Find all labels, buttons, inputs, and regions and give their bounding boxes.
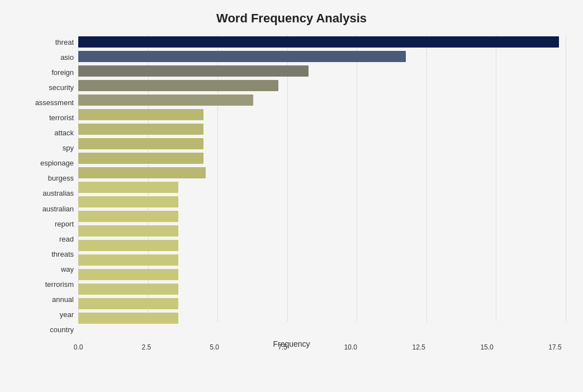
bar-row xyxy=(78,296,566,311)
y-label: security xyxy=(17,80,74,95)
bars-and-grid: 0.02.55.07.510.012.515.017.5 xyxy=(78,35,566,337)
y-label: asio xyxy=(17,50,74,65)
y-label: country xyxy=(17,322,74,337)
bar-row xyxy=(78,78,566,93)
chart-title: Word Frequency Analysis xyxy=(17,11,566,26)
x-axis-label: 2.5 xyxy=(135,343,158,351)
y-label: spy xyxy=(17,140,74,155)
y-label: annual xyxy=(17,292,74,307)
y-label: australian xyxy=(17,201,74,216)
bar-row xyxy=(78,180,566,195)
bar xyxy=(78,254,178,266)
y-labels: threatasioforeignsecurityassessmentterro… xyxy=(17,35,78,337)
bar xyxy=(78,196,178,207)
bar-row xyxy=(78,93,566,107)
bar-row xyxy=(78,267,566,282)
x-axis-label: 15.0 xyxy=(476,343,498,351)
bar-row xyxy=(78,209,566,224)
bar xyxy=(78,138,203,149)
y-label: attack xyxy=(17,125,74,140)
x-axis-label: 7.5 xyxy=(272,343,294,351)
y-label: burgess xyxy=(17,171,74,186)
y-label: terrorist xyxy=(17,110,74,125)
bar-row xyxy=(78,35,566,49)
bar-row xyxy=(78,49,566,64)
bar-row xyxy=(78,238,566,253)
bars-container xyxy=(78,35,566,341)
bar xyxy=(78,298,178,309)
bar-row xyxy=(78,224,566,238)
bar-row xyxy=(78,64,566,78)
bar xyxy=(78,225,178,237)
bar-row xyxy=(78,195,566,209)
x-axis-label: 10.0 xyxy=(339,343,362,351)
bar-row xyxy=(78,166,566,180)
y-label: australias xyxy=(17,186,74,201)
y-label: threats xyxy=(17,247,74,262)
x-axis-label: 12.5 xyxy=(407,343,430,351)
y-label: foreign xyxy=(17,65,74,80)
y-label: year xyxy=(17,307,74,322)
bar-row xyxy=(78,253,566,267)
bar xyxy=(78,269,178,280)
bar xyxy=(78,51,406,62)
x-axis-label: 0.0 xyxy=(67,343,89,351)
x-axis-label: 5.0 xyxy=(203,343,226,351)
bar xyxy=(78,95,253,106)
y-label: terrorism xyxy=(17,277,74,292)
y-label: report xyxy=(17,216,74,232)
y-label: read xyxy=(17,232,74,247)
y-label: way xyxy=(17,262,74,277)
y-label: assessment xyxy=(17,95,74,110)
chart-container: Word Frequency Analysis threatasioforeig… xyxy=(0,0,583,392)
bar-row xyxy=(78,107,566,122)
bar xyxy=(78,284,178,295)
bar-row xyxy=(78,151,566,166)
bar xyxy=(78,240,178,251)
bar xyxy=(78,124,203,135)
bar xyxy=(78,153,203,164)
bar xyxy=(78,109,203,120)
bar-row xyxy=(78,136,566,151)
bar xyxy=(78,36,559,48)
chart-area: threatasioforeignsecurityassessmentterro… xyxy=(17,35,566,337)
x-axis-labels: 0.02.55.07.510.012.515.017.5 xyxy=(78,341,566,351)
x-axis-label: 17.5 xyxy=(544,343,566,351)
bar xyxy=(78,80,278,91)
bar xyxy=(78,211,178,222)
bar xyxy=(78,65,309,77)
bar-row xyxy=(78,311,566,325)
bar xyxy=(78,182,178,193)
bar-row xyxy=(78,282,566,296)
y-label: threat xyxy=(17,35,74,50)
bar xyxy=(78,313,178,324)
bar-row xyxy=(78,122,566,136)
y-label: espionage xyxy=(17,155,74,171)
bar xyxy=(78,167,206,178)
